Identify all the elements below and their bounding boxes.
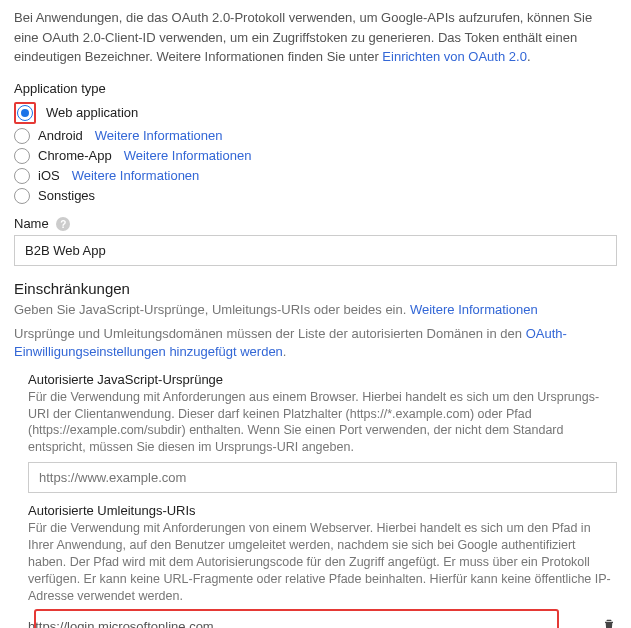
radio-icon[interactable] (14, 148, 30, 164)
redirect-uri-value[interactable]: https://login.microsoftonline.com (28, 611, 591, 629)
help-icon[interactable]: ? (56, 217, 70, 231)
redirect-uris-desc: Für die Verwendung mit Anforderungen von… (28, 520, 617, 604)
radio-option[interactable]: Sonstiges (14, 186, 617, 206)
more-info-link[interactable]: Weitere Informationen (95, 128, 223, 143)
restrictions-heading: Einschränkungen (14, 280, 617, 297)
js-origins-desc: Für die Verwendung mit Anforderungen aus… (28, 389, 617, 457)
redirect-uris-label: Autorisierte Umleitungs-URIs (28, 503, 617, 518)
radio-option[interactable]: iOSWeitere Informationen (14, 166, 617, 186)
app-type-label: Application type (14, 81, 617, 96)
radio-label: Sonstiges (38, 188, 95, 203)
app-type-radio-group: Web applicationAndroidWeitere Informatio… (14, 100, 617, 206)
oauth-setup-link[interactable]: Einrichten von OAuth 2.0 (382, 49, 527, 64)
radio-option[interactable]: Chrome-AppWeitere Informationen (14, 146, 617, 166)
name-label: Name ? (14, 216, 617, 232)
radio-label: Web application (46, 105, 138, 120)
delete-icon[interactable] (601, 617, 617, 628)
radio-option[interactable]: Web application (14, 100, 617, 126)
restrictions-note: Ursprünge und Umleitungsdomänen müssen d… (14, 325, 617, 361)
radio-label: Android (38, 128, 83, 143)
radio-label: iOS (38, 168, 60, 183)
intro-text: Bei Anwendungen, die das OAuth 2.0-Proto… (14, 8, 617, 67)
annotation-outline (14, 102, 36, 124)
radio-icon[interactable] (17, 105, 33, 121)
redirect-uri-row: https://login.microsoftonline.com (28, 611, 617, 629)
radio-icon[interactable] (14, 188, 30, 204)
js-origins-input[interactable] (28, 462, 617, 493)
radio-icon[interactable] (14, 168, 30, 184)
radio-label: Chrome-App (38, 148, 112, 163)
restrictions-desc: Geben Sie JavaScript-Ursprünge, Umleitun… (14, 301, 617, 319)
more-info-link[interactable]: Weitere Informationen (124, 148, 252, 163)
name-input[interactable] (14, 235, 617, 266)
redirect-uri-list: https://login.microsoftonline.comhttps:/… (28, 611, 617, 629)
js-origins-label: Autorisierte JavaScript-Ursprünge (28, 372, 617, 387)
radio-option[interactable]: AndroidWeitere Informationen (14, 126, 617, 146)
restrictions-more-link[interactable]: Weitere Informationen (410, 302, 538, 317)
radio-icon[interactable] (14, 128, 30, 144)
more-info-link[interactable]: Weitere Informationen (72, 168, 200, 183)
